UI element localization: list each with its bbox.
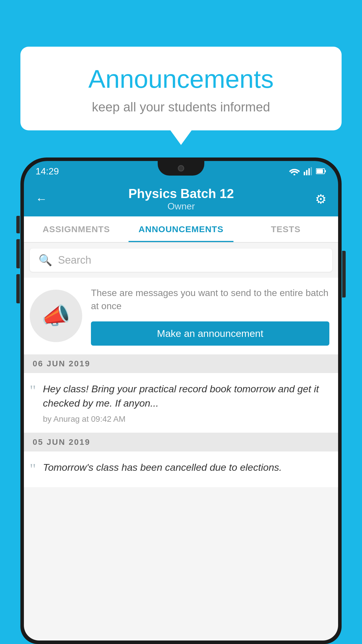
- settings-button[interactable]: ⚙: [315, 192, 326, 206]
- svg-rect-1: [304, 172, 305, 175]
- svg-point-0: [294, 174, 295, 175]
- volume-down-button: [16, 239, 20, 268]
- message-item-2[interactable]: " Tomorrow's class has been cancelled du…: [24, 452, 338, 488]
- speech-bubble-container: Announcements keep all your students inf…: [20, 47, 342, 130]
- promo-text-area: These are messages you want to send to t…: [91, 286, 329, 346]
- status-time: 14:29: [36, 166, 59, 177]
- silent-button: [16, 274, 20, 303]
- phone-frame: 14:29: [20, 158, 342, 644]
- message-content-2: Tomorrow's class has been cancelled due …: [43, 460, 329, 479]
- batch-title: Physics Batch 12: [129, 186, 234, 201]
- date-separator-2: 05 JUN 2019: [24, 433, 338, 452]
- volume-up-button: [16, 216, 20, 233]
- status-icons: [289, 167, 326, 175]
- bubble-subtitle: keep all your students informed: [35, 100, 327, 114]
- svg-rect-3: [308, 168, 310, 175]
- promo-icon-circle: 📣: [30, 290, 82, 342]
- tab-tests[interactable]: TESTS: [233, 216, 338, 242]
- search-placeholder: Search: [58, 254, 91, 266]
- search-bar[interactable]: 🔍 Search: [30, 249, 332, 272]
- message-content-1: Hey class! Bring your practical record b…: [43, 382, 329, 424]
- camera: [178, 165, 184, 172]
- message-meta-1: by Anurag at 09:42 AM: [43, 414, 329, 424]
- owner-label: Owner: [129, 201, 234, 212]
- app-header: ← Physics Batch 12 Owner ⚙: [24, 181, 338, 216]
- promo-description: These are messages you want to send to t…: [91, 286, 329, 313]
- speech-bubble: Announcements keep all your students inf…: [20, 47, 342, 130]
- notch: [158, 161, 204, 176]
- svg-rect-4: [311, 167, 312, 175]
- make-announcement-button[interactable]: Make an announcement: [91, 321, 329, 346]
- svg-rect-6: [325, 170, 326, 172]
- svg-rect-7: [317, 169, 323, 173]
- announcement-promo: 📣 These are messages you want to send to…: [24, 278, 338, 354]
- bubble-title: Announcements: [35, 64, 327, 94]
- phone-screen: 14:29: [24, 161, 338, 640]
- quote-icon-2: ": [30, 462, 36, 477]
- megaphone-icon: 📣: [41, 302, 71, 330]
- tab-assignments[interactable]: ASSIGNMENTS: [24, 216, 129, 242]
- power-button: [342, 251, 346, 298]
- wifi-icon: [289, 167, 300, 175]
- message-text-1: Hey class! Bring your practical record b…: [43, 382, 329, 411]
- back-button[interactable]: ←: [36, 192, 47, 206]
- quote-icon-1: ": [30, 383, 36, 398]
- signal-icon: [304, 167, 312, 175]
- tab-announcements[interactable]: ANNOUNCEMENTS: [129, 216, 233, 242]
- svg-rect-2: [306, 170, 307, 175]
- phone-content: 🔍 Search 📣 These are messages you want t…: [24, 243, 338, 640]
- date-separator-1: 06 JUN 2019: [24, 354, 338, 373]
- search-icon: 🔍: [38, 254, 52, 267]
- header-center: Physics Batch 12 Owner: [129, 186, 234, 212]
- message-text-2: Tomorrow's class has been cancelled due …: [43, 460, 329, 475]
- message-item-1[interactable]: " Hey class! Bring your practical record…: [24, 373, 338, 433]
- tab-bar: ASSIGNMENTS ANNOUNCEMENTS TESTS: [24, 216, 338, 243]
- battery-icon: [316, 168, 326, 174]
- status-bar: 14:29: [24, 161, 338, 181]
